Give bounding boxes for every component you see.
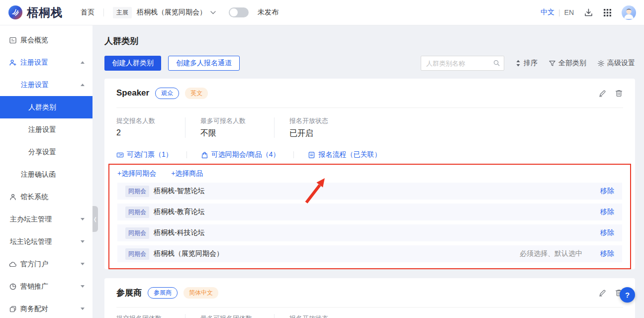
language-switcher: 中文 | EN xyxy=(541,8,574,17)
lang-zh[interactable]: 中文 xyxy=(541,8,554,17)
remove-link[interactable]: 移除 xyxy=(600,249,614,258)
main-content: 人群类别 创建人群类别 创建多人报名通道 排序 全部类别 xyxy=(92,25,644,318)
session-name: 梧桐栈-科技论坛 xyxy=(154,228,205,237)
sidebar-item-registration-settings[interactable]: 注册设置 xyxy=(0,51,92,74)
divider xyxy=(185,314,185,318)
expand-arrow-icon[interactable] xyxy=(81,285,85,288)
create-category-button[interactable]: 创建人群类别 xyxy=(104,56,161,71)
session-tag: 同期会 xyxy=(125,248,149,260)
page-title: 人群类别 xyxy=(104,35,635,47)
tab-label: 可选门票（1） xyxy=(127,150,173,159)
collapse-arrow-icon[interactable] xyxy=(81,84,85,86)
add-product-link[interactable]: +选择商品 xyxy=(171,169,203,178)
card-header: 参展商 参展商 简体中文 xyxy=(116,278,623,307)
publish-toggle[interactable] xyxy=(229,7,249,17)
download-icon[interactable] xyxy=(584,8,593,17)
sidebar-item-label: 注册设置 xyxy=(21,81,49,90)
sidebar-item-curator-system[interactable]: 馆长系统 xyxy=(0,186,92,208)
remove-link[interactable]: 移除 xyxy=(600,228,614,237)
sidebar-item-label: 注册设置 xyxy=(28,125,56,134)
stats-row: 提交报名人数 2 最多可报名人数 不限 报名开放状态 已开启 xyxy=(116,108,623,146)
sidebar-item-label: 商务配对 xyxy=(20,305,48,314)
divider xyxy=(274,117,275,138)
search-icon[interactable] xyxy=(493,59,500,69)
edit-icon[interactable] xyxy=(598,289,607,297)
search-box xyxy=(421,56,504,71)
sidebar-item-label: 主办坛主管理 xyxy=(10,215,52,224)
topbar-right: 中文 | EN xyxy=(541,5,636,20)
collapse-arrow-icon[interactable] xyxy=(81,61,85,64)
pie-chart-icon xyxy=(9,283,17,291)
sidebar-item-registration-config[interactable]: 注册设置 xyxy=(0,118,92,141)
divider xyxy=(185,117,185,138)
remove-link[interactable]: 移除 xyxy=(600,187,614,196)
stat-value: 已开启 xyxy=(289,128,328,139)
stat-open-status: 报名开放状态 已开启 xyxy=(289,116,328,139)
filter-icon xyxy=(549,60,556,67)
language-badge: 简体中文 xyxy=(184,287,218,299)
remove-link[interactable]: 移除 xyxy=(600,208,614,216)
sort-control[interactable]: 排序 xyxy=(515,59,538,68)
search-input[interactable] xyxy=(421,56,504,71)
expand-arrow-icon[interactable] xyxy=(81,263,85,265)
sidebar-item-label: 坛主论坛管理 xyxy=(10,237,52,246)
edit-icon[interactable] xyxy=(598,89,607,98)
bag-icon xyxy=(201,151,208,159)
stat-label: 提交报名人数 xyxy=(116,116,170,125)
sidebar-item-exhibition-overview[interactable]: 展会概览 xyxy=(0,29,92,51)
sidebar-item-label: 注册确认函 xyxy=(21,170,56,179)
cloud-icon xyxy=(9,260,17,268)
sidebar-subitem-registration-settings[interactable]: 注册设置 xyxy=(0,74,92,96)
help-button[interactable]: ? xyxy=(620,287,635,303)
person-add-icon xyxy=(9,59,17,67)
app-logo[interactable]: 梧桐栈 xyxy=(8,5,63,20)
create-multi-channel-button[interactable]: 创建多人报名通道 xyxy=(168,56,240,71)
tab-registration-flow[interactable]: 报名流程（已关联） xyxy=(308,150,381,159)
stat-value: 2 xyxy=(116,128,170,137)
person-icon xyxy=(9,193,17,201)
divider xyxy=(274,314,275,318)
expand-arrow-icon[interactable] xyxy=(81,240,85,243)
expand-arrow-icon[interactable] xyxy=(81,308,85,310)
add-session-link[interactable]: +选择同期会 xyxy=(117,169,156,178)
tab-tickets[interactable]: 可选门票（1） xyxy=(116,150,173,159)
session-tag: 同期会 xyxy=(125,227,149,239)
sidebar: 展会概览 注册设置 注册设置 人群类别 注册设置 分享设置 注册确认函 xyxy=(0,25,92,318)
sidebar-item-forum-owner-management[interactable]: 坛主论坛管理 xyxy=(0,230,92,253)
audience-type-badge: 观众 xyxy=(155,88,179,99)
session-name: 梧桐栈（展览同期会） xyxy=(154,249,223,258)
sidebar-item-label: 人群类别 xyxy=(28,103,56,112)
sidebar-item-share-settings[interactable]: 分享设置 xyxy=(0,141,92,163)
tab-sessions-products[interactable]: 可选同期会/商品（4） xyxy=(201,150,280,159)
event-selector[interactable]: 梧桐栈（展览同期会） xyxy=(137,8,216,17)
sidebar-item-marketing-promotion[interactable]: 营销推广 xyxy=(0,275,92,298)
delete-icon[interactable] xyxy=(615,89,623,98)
sidebar-item-host-forum-management[interactable]: 主办坛主管理 xyxy=(0,208,92,230)
apps-grid-icon[interactable] xyxy=(603,8,612,17)
sidebar-item-business-matching[interactable]: 商务配对 xyxy=(0,298,92,318)
session-note: 必须选择、默认选中 xyxy=(520,249,582,258)
session-name: 梧桐栈-教育论坛 xyxy=(154,208,205,216)
lang-en[interactable]: EN xyxy=(564,8,574,16)
nav-home[interactable]: 首页 xyxy=(81,8,94,17)
session-name: 梧桐栈-智慧论坛 xyxy=(154,187,205,196)
user-avatar[interactable] xyxy=(622,5,636,20)
logo-icon xyxy=(8,5,23,20)
advanced-settings-control[interactable]: 高级设置 xyxy=(597,59,635,68)
stat-label: 提交报名团体数 xyxy=(116,314,170,318)
action-row: 创建人群类别 创建多人报名通道 排序 全部类别 xyxy=(104,56,635,71)
expand-arrow-icon[interactable] xyxy=(81,218,85,220)
gear-icon xyxy=(597,60,605,67)
speaker-category-card: Speaker 观众 英文 提交报名人数 2 xyxy=(104,79,635,269)
sidebar-item-audience-category[interactable]: 人群类别 xyxy=(0,96,92,118)
stats-row: 提交报名团体数 最多可报名团体数 报名开放状态 xyxy=(116,308,623,318)
publish-status: 未发布 xyxy=(258,8,278,17)
sidebar-item-registration-confirmation[interactable]: 注册确认函 xyxy=(0,163,92,186)
session-row: 同期会 梧桐栈（展览同期会） 必须选择、默认选中 移除 xyxy=(117,245,622,262)
sidebar-item-label: 官方门户 xyxy=(20,260,48,269)
sidebar-collapse-handle[interactable]: ❬ xyxy=(92,206,98,232)
category-filter-control[interactable]: 全部类别 xyxy=(549,59,586,68)
sidebar-item-official-portal[interactable]: 官方门户 xyxy=(0,253,92,275)
sidebar-item-label: 分享设置 xyxy=(28,148,56,157)
chevron-down-icon xyxy=(210,11,216,14)
